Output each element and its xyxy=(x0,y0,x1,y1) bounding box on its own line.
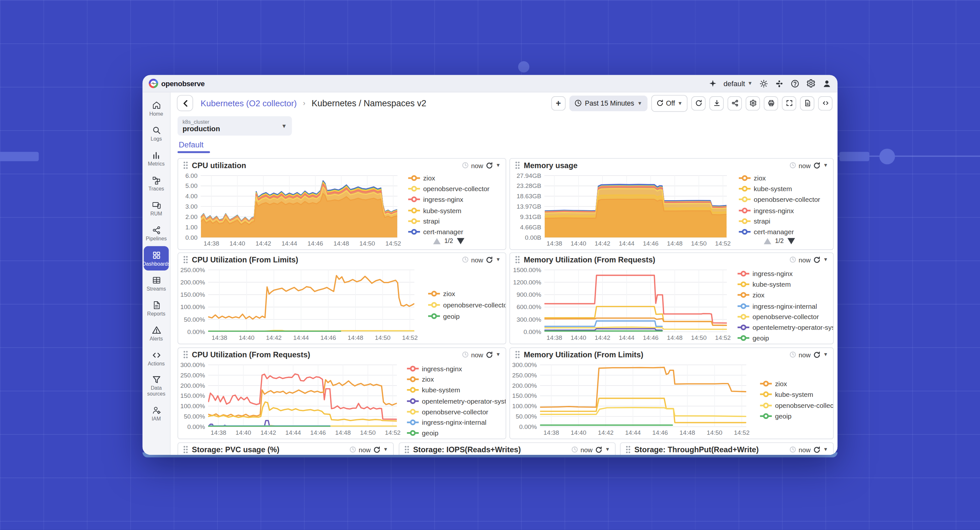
legend-page-down-icon[interactable] xyxy=(457,238,465,244)
legend-item-cert-manager[interactable]: cert-manager xyxy=(739,227,820,237)
legend-item-cert-manager[interactable]: cert-manager xyxy=(408,227,489,237)
legend-item-ziox[interactable]: ziox xyxy=(760,378,834,389)
legend-item-opentelemetry-operator-system[interactable]: opentelemetry-operator-system xyxy=(407,395,506,406)
chevron-down-icon[interactable]: ▼ xyxy=(383,447,388,452)
legend-item-opentelemetry-operator-system[interactable]: opentelemetry-operator-system xyxy=(738,322,834,333)
desktop-background: openobserve default ▼ xyxy=(0,0,980,530)
tab-default[interactable]: Default xyxy=(178,137,205,153)
legend-item-openobserve-collector[interactable]: openobserve-collector xyxy=(760,400,834,411)
legend-item-ziox[interactable]: ziox xyxy=(407,374,506,384)
legend-item-ziox[interactable]: ziox xyxy=(408,172,489,183)
print-button[interactable] xyxy=(764,96,778,110)
auto-refresh-selector[interactable]: Off ▼ xyxy=(651,95,688,111)
legend-page-down-icon[interactable] xyxy=(788,238,795,244)
legend-page-indicator: 1/2 xyxy=(775,238,784,244)
legend-item-strapi[interactable]: strapi xyxy=(739,216,820,227)
drag-handle-icon[interactable] xyxy=(404,446,409,454)
svg-text:14:50: 14:50 xyxy=(691,334,706,341)
legend-item-ingress-nginx[interactable]: ingress-nginx xyxy=(739,205,820,216)
legend-item-ingress-nginx-internal[interactable]: ingress-nginx-internal xyxy=(738,300,834,311)
chevron-down-icon[interactable]: ▼ xyxy=(823,447,828,452)
breadcrumb-folder-link[interactable]: Kubernetes (O2 collector) xyxy=(200,98,297,108)
sidebar-item-data-sources[interactable]: Datasources xyxy=(144,371,169,401)
sidebar-item-home[interactable]: Home xyxy=(144,96,169,121)
sidebar-item-logs[interactable]: Logs xyxy=(144,121,169,146)
legend-item-openobserve-collector[interactable]: openobserve-collector xyxy=(738,311,834,322)
sparkle-icon[interactable] xyxy=(708,79,716,87)
legend-item-ingress-nginx-internal[interactable]: ingress-nginx-internal xyxy=(407,417,506,428)
code-icon xyxy=(821,100,829,107)
org-selector[interactable]: default ▼ xyxy=(723,80,752,87)
legend-item-ingress-nginx[interactable]: ingress-nginx xyxy=(407,363,506,373)
legend-item-geoip[interactable]: geoip xyxy=(760,411,834,422)
time-range-selector[interactable]: Past 15 Minutes ▼ xyxy=(570,95,648,111)
svg-text:14:50: 14:50 xyxy=(360,240,375,247)
svg-text:50.00%: 50.00% xyxy=(515,413,537,420)
panel-refresh-icon[interactable] xyxy=(595,446,603,453)
legend-item-kube-system[interactable]: kube-system xyxy=(738,279,834,290)
svg-text:0.00%: 0.00% xyxy=(524,328,541,335)
sidebar-item-alerts[interactable]: Alerts xyxy=(144,321,169,345)
add-panel-button[interactable]: + xyxy=(551,96,565,110)
help-icon[interactable] xyxy=(791,79,800,88)
legend-item-ziox[interactable]: ziox xyxy=(738,290,834,300)
sidebar-item-dashboards[interactable]: Dashboards xyxy=(144,246,169,270)
legend-item-ziox[interactable]: ziox xyxy=(739,172,820,183)
sidebar-item-iam[interactable]: IAM xyxy=(144,401,169,425)
legend-item-kube-system[interactable]: kube-system xyxy=(760,389,834,400)
panel-refresh-icon[interactable] xyxy=(373,446,381,453)
legend-page-up-icon[interactable] xyxy=(764,238,771,244)
theme-sun-icon[interactable] xyxy=(759,79,768,88)
background-node-dot xyxy=(879,149,895,164)
svg-text:250.00%: 250.00% xyxy=(512,372,537,379)
share-button[interactable] xyxy=(727,96,742,110)
json-view-button[interactable] xyxy=(800,96,815,110)
svg-text:100.00%: 100.00% xyxy=(180,303,205,310)
drag-handle-icon[interactable] xyxy=(183,446,188,454)
sidebar-item-reports[interactable]: Reports xyxy=(144,296,169,321)
legend-item-ziox[interactable]: ziox xyxy=(428,288,506,299)
svg-text:14:44: 14:44 xyxy=(285,429,301,436)
dashboard-settings-button[interactable] xyxy=(746,96,760,110)
legend-item-ingress-nginx[interactable]: ingress-nginx xyxy=(738,268,834,279)
topbar-actions: default ▼ xyxy=(708,79,831,88)
legend-item-openobserve-collector[interactable]: openobserve-collector xyxy=(739,194,820,205)
drag-handle-icon[interactable] xyxy=(625,446,630,454)
sidebar-item-streams[interactable]: Streams xyxy=(144,271,169,295)
legend-item-geoip[interactable]: geoip xyxy=(407,428,506,439)
legend-item-kube-system[interactable]: kube-system xyxy=(407,384,506,395)
user-icon[interactable] xyxy=(822,79,831,88)
refresh-dashboard-button[interactable] xyxy=(691,96,705,110)
svg-text:250.00%: 250.00% xyxy=(180,372,205,379)
panel-refresh-icon[interactable] xyxy=(813,446,821,453)
legend-item-openobserve-collector[interactable]: openobserve-collector xyxy=(407,406,506,417)
query-inspector-button[interactable] xyxy=(818,96,832,110)
settings-gear-icon[interactable] xyxy=(806,79,816,88)
svg-text:300.00%: 300.00% xyxy=(180,362,205,368)
legend-item-geoip[interactable]: geoip xyxy=(738,333,834,344)
legend-item-openobserve-collector[interactable]: openobserve-collector xyxy=(428,299,506,311)
sidebar-item-metrics[interactable]: Metrics xyxy=(144,146,169,170)
sidebar-item-rum[interactable]: RUM xyxy=(144,196,169,221)
sidebar-item-pipelines[interactable]: Pipelines xyxy=(144,221,169,246)
legend-item-ingress-nginx[interactable]: ingress-nginx xyxy=(408,194,489,205)
openobserve-logo[interactable]: openobserve xyxy=(149,79,205,88)
svg-text:14:40: 14:40 xyxy=(571,429,586,436)
variable-dropdown-k8s-cluster[interactable]: k8s_cluster production ▼ xyxy=(178,116,292,136)
back-button[interactable] xyxy=(177,95,193,111)
sidebar-item-actions[interactable]: Actions xyxy=(144,346,169,370)
svg-text:14:40: 14:40 xyxy=(235,429,251,436)
legend-item-strapi[interactable]: strapi xyxy=(408,216,489,227)
legend-page-up-icon[interactable] xyxy=(433,238,441,244)
chevron-down-icon[interactable]: ▼ xyxy=(605,447,610,452)
legend-item-kube-system[interactable]: kube-system xyxy=(408,205,489,216)
legend-item-openobserve-collector[interactable]: openobserve-collector xyxy=(408,183,489,194)
legend-item-kube-system[interactable]: kube-system xyxy=(739,183,820,194)
apps-icon[interactable] xyxy=(775,79,784,88)
legend-item-geoip[interactable]: geoip xyxy=(428,310,506,322)
svg-text:150.00%: 150.00% xyxy=(180,291,205,298)
fullscreen-button[interactable] xyxy=(782,96,796,110)
export-button[interactable] xyxy=(710,96,724,110)
sidebar-item-traces[interactable]: Traces xyxy=(144,171,169,195)
sidebar-item-label: Dashboards xyxy=(143,261,170,266)
